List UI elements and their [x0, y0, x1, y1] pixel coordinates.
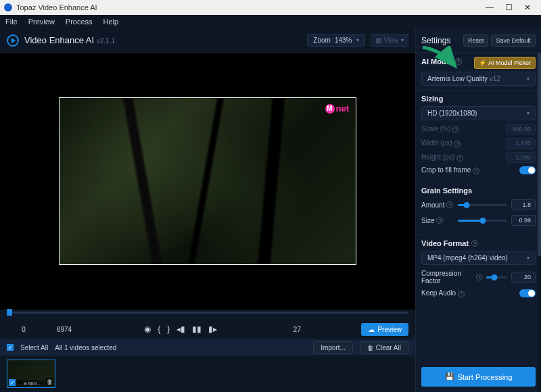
menu-preview[interactable]: Preview — [28, 18, 55, 26]
menu-bar: File Preview Process Help — [0, 15, 541, 28]
chevron-down-icon: ▾ — [401, 37, 404, 43]
grain-panel: Grain Settings Amount ? 1.8 Size ? 0.99 — [416, 182, 541, 235]
thumb-filename: ... a Girl.mp4 — [17, 381, 44, 387]
menu-file[interactable]: File — [5, 18, 18, 26]
menu-help[interactable]: Help — [103, 18, 119, 26]
width-value[interactable]: 1,920 — [506, 138, 536, 149]
close-button[interactable]: ✕ — [518, 3, 537, 12]
time-current: 27 — [280, 326, 314, 333]
grain-amount-value[interactable]: 1.8 — [511, 199, 536, 210]
compression-value[interactable]: 20 — [511, 272, 536, 283]
app-icon — [4, 3, 12, 11]
scale-value[interactable]: 400.00 — [506, 124, 536, 134]
grid-icon: ▦ — [375, 36, 381, 44]
time-total: 6974 — [47, 326, 81, 333]
zoom-value: 143% — [335, 36, 352, 44]
minimize-button[interactable]: — — [480, 3, 499, 12]
mark-in-button[interactable]: { — [158, 324, 160, 334]
help-icon[interactable]: ? — [436, 217, 443, 224]
watermark: M net — [325, 103, 350, 114]
video-thumbnail[interactable]: ✓ ... a Girl.mp4 🗑 — [7, 360, 55, 388]
help-icon[interactable]: ? — [452, 126, 459, 133]
format-panel: Video Format ? MP4 (mpeg4 (h264) video) … — [416, 235, 541, 305]
grain-size-slider[interactable] — [458, 220, 507, 222]
format-select[interactable]: MP4 (mpeg4 (h264) video) ▾ — [421, 251, 536, 265]
start-processing-button[interactable]: 💾 Start Processing — [421, 367, 536, 387]
ai-model-picker-button[interactable]: ⚡ AI Model Picker — [474, 57, 536, 69]
clear-all-button[interactable]: 🗑 Clear All — [360, 341, 408, 354]
thumbnail-strip: ✓ ... a Girl.mp4 🗑 — [0, 356, 415, 392]
format-label: Video Format — [421, 239, 469, 247]
compression-slider[interactable] — [486, 276, 507, 278]
scale-field: Scale (%) ? 400.00 — [421, 124, 536, 134]
playhead[interactable] — [7, 309, 12, 316]
app-header: Video Enhance AI v2.1.1 Zoom 143% ▾ ▦ Vi… — [0, 28, 415, 53]
chevron-down-icon: ▾ — [527, 76, 530, 82]
height-field: Height (px) ? 1,080 — [421, 152, 536, 163]
width-field: Width (px) ? 1,920 — [421, 138, 536, 149]
help-icon[interactable]: ? — [456, 155, 463, 162]
help-icon[interactable]: ? — [473, 168, 479, 174]
ai-model-select[interactable]: Artemis Low Quality v12 ▾ — [421, 72, 536, 86]
chevron-down-icon: ▾ — [527, 255, 530, 261]
trash-icon: 🗑 — [367, 344, 374, 351]
selection-row: ✓ Select All All 1 videos selected Impor… — [0, 339, 415, 356]
pause-button[interactable]: ▮▮ — [192, 324, 202, 334]
preview-button[interactable]: ☁ Preview — [361, 323, 408, 336]
help-icon[interactable]: ? — [454, 141, 461, 147]
step-forward-button[interactable]: ▮▸ — [208, 324, 217, 334]
timeline[interactable] — [0, 310, 415, 319]
sizing-preset-select[interactable]: HD (1920x1080) ▾ — [421, 106, 536, 120]
grain-size-value[interactable]: 0.99 — [511, 215, 536, 226]
grain-amount-slider[interactable] — [458, 204, 507, 206]
settings-title: Settings — [421, 36, 461, 45]
help-icon[interactable]: ? — [476, 274, 482, 280]
thumb-delete-button[interactable]: 🗑 — [45, 378, 53, 386]
maximize-button[interactable]: ☐ — [499, 3, 518, 12]
keep-audio-field: Keep Audio ? — [421, 289, 536, 297]
cloud-icon: ☁ — [368, 326, 375, 333]
ai-model-label: AI Model — [421, 57, 452, 66]
import-button[interactable]: Import... — [313, 341, 353, 354]
chevron-down-icon: ▾ — [356, 37, 359, 43]
save-icon: 💾 — [445, 372, 454, 381]
select-all-label[interactable]: Select All — [20, 344, 48, 351]
help-icon[interactable]: ? — [455, 58, 462, 65]
sizing-label: Sizing — [421, 95, 536, 103]
save-default-button[interactable]: Save Default — [491, 34, 536, 47]
select-all-checkbox[interactable]: ✓ — [7, 344, 14, 351]
keep-audio-toggle[interactable] — [519, 289, 536, 297]
help-icon[interactable]: ? — [458, 291, 465, 297]
window-titlebar: Topaz Video Enhance AI — ☐ ✕ — [0, 0, 541, 15]
step-back-button[interactable]: ◂▮ — [177, 324, 185, 334]
logo-icon — [7, 34, 19, 47]
crop-toggle[interactable] — [519, 166, 536, 174]
bolt-icon: ⚡ — [479, 59, 486, 66]
help-icon[interactable]: ? — [446, 201, 453, 208]
menu-process[interactable]: Process — [66, 18, 93, 26]
thumb-checkbox[interactable]: ✓ — [9, 379, 16, 386]
height-value[interactable]: 1,080 — [506, 152, 536, 163]
sizing-panel: Sizing HD (1920x1080) ▾ Scale (%) ? 400.… — [416, 91, 541, 182]
app-title: Video Enhance AI v2.1.1 — [24, 35, 115, 45]
video-frame: M net — [59, 97, 356, 265]
selection-count: All 1 videos selected — [55, 344, 116, 351]
camera-icon[interactable]: ◉ — [144, 324, 151, 334]
zoom-control[interactable]: Zoom 143% ▾ — [307, 34, 364, 47]
chevron-down-icon: ▾ — [527, 110, 530, 116]
settings-scrollbar[interactable] — [538, 53, 541, 392]
settings-header: Settings Reset Save Default — [416, 28, 541, 53]
view-control[interactable]: ▦ View ▾ — [371, 34, 409, 47]
transport-controls: 0 6974 ◉ { } ◂▮ ▮▮ ▮▸ 27 ☁ Preview — [0, 319, 415, 339]
time-start: 0 — [7, 326, 41, 333]
reset-button[interactable]: Reset — [463, 34, 489, 47]
ai-model-panel: AI Model ? ⚡ AI Model Picker Artemis Low… — [416, 53, 541, 91]
mark-out-button[interactable]: } — [167, 324, 170, 334]
crop-field: Crop to fill frame ? — [421, 166, 536, 174]
help-icon[interactable]: ? — [471, 240, 478, 247]
window-title: Topaz Video Enhance AI — [16, 3, 97, 11]
video-preview[interactable]: M net — [0, 53, 415, 310]
grain-label: Grain Settings — [421, 187, 536, 195]
